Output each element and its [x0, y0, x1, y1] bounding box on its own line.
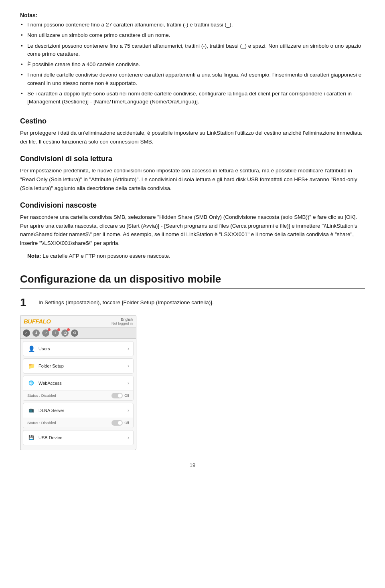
folder-setup-icon: 📁	[27, 362, 35, 370]
login-label: Not logged in	[111, 321, 133, 325]
dlna-status-row: Status : Disabled Off	[23, 418, 133, 428]
dlna-icon: 📺	[27, 406, 35, 414]
folder-setup-label: Folder Setup	[38, 364, 64, 368]
note-item-6: Se i caratteri a doppio byte sono usati …	[20, 90, 365, 106]
cestino-heading: Cestino	[20, 117, 365, 125]
webaccess-arrow: ›	[128, 380, 129, 386]
usb-icon: 💾	[27, 434, 35, 442]
mobile-section: Configurazione da un dispositivo mobile …	[20, 273, 365, 450]
webaccess-toggle[interactable]	[111, 393, 123, 398]
info-icon[interactable]: i	[52, 329, 59, 337]
device-header: BUFFALO English Not logged in	[20, 315, 136, 328]
help-icon[interactable]: ?	[42, 329, 49, 337]
notes-title: Notas:	[20, 12, 365, 18]
buffalo-logo: BUFFALO	[24, 318, 51, 325]
users-icon: 👤	[27, 345, 35, 353]
device-body: 👤 Users › 📁 Folder Setup › 🌐 WebAcce	[20, 339, 136, 450]
folder-setup-arrow: ›	[128, 363, 129, 369]
webaccess-row[interactable]: 🌐 WebAccess ›	[23, 376, 133, 391]
notes-list: I nomi possono contenere fino a 27 carat…	[20, 21, 365, 106]
nota-text: Le cartelle AFP e FTP non possono essere…	[41, 253, 170, 259]
dlna-toggle-label: Off	[124, 421, 129, 425]
sola-lettura-heading: Condivisioni di sola lettura	[20, 155, 365, 163]
settings-icon[interactable]: ⚙	[71, 329, 78, 337]
webaccess-label: WebAccess	[38, 381, 62, 386]
webaccess-toggle-circle	[118, 394, 122, 398]
lang-label: English	[121, 317, 133, 321]
menu-item-dlna: 📺 DLNA Server › Status : Disabled Off	[23, 403, 134, 428]
sola-lettura-section: Condivisioni di sola lettura Per imposta…	[20, 155, 365, 192]
webaccess-status-label: Status : Disabled	[27, 393, 56, 398]
dlna-status-label: Status : Disabled	[27, 420, 56, 425]
power-icon[interactable]: ⏻	[61, 329, 69, 337]
menu-item-folder-setup[interactable]: 📁 Folder Setup ›	[23, 358, 134, 374]
step1-number: 1	[20, 296, 32, 309]
note-item-2: Non utilizzare un simbolo come primo car…	[20, 31, 365, 39]
notes-section: Notas: I nomi possono contenere fino a 2…	[20, 12, 365, 106]
menu-item-webaccess: 🌐 WebAccess › Status : Disabled Off	[23, 376, 134, 401]
webaccess-status-row: Status : Disabled Off	[23, 391, 133, 400]
home-icon[interactable]: ⌂	[23, 329, 30, 337]
usb-label: USB Device	[38, 435, 62, 440]
header-info: English Not logged in	[111, 317, 133, 325]
nota-label: Nota:	[27, 253, 41, 259]
note-item-3: Le descrizioni possono contenere fino a …	[20, 42, 365, 59]
dlna-toggle-circle	[118, 421, 122, 425]
device-mockup: BUFFALO English Not logged in ⌂ ⬇ ? i ⏻ …	[20, 315, 136, 450]
nascoste-section: Condivisioni nascoste Per nascondere una…	[20, 201, 365, 260]
dlna-toggle[interactable]	[111, 420, 123, 426]
page-number: 19	[20, 462, 365, 468]
note-item-1: I nomi possono contenere fino a 27 carat…	[20, 21, 365, 29]
mobile-heading: Configurazione da un dispositivo mobile	[20, 273, 365, 289]
users-label: Users	[38, 346, 50, 351]
dlna-label: DLNA Server	[38, 408, 64, 413]
dlna-arrow: ›	[128, 408, 129, 413]
note-item-5: I nomi delle cartelle condivise devono c…	[20, 71, 365, 87]
webaccess-icon: 🌐	[27, 379, 35, 387]
cestino-text: Per proteggere i dati da un'eliminazione…	[20, 129, 365, 146]
nascoste-nota-line: Nota: Le cartelle AFP e FTP non possono …	[20, 252, 365, 261]
menu-item-users[interactable]: 👤 Users ›	[23, 341, 134, 356]
step1-container: 1 In Settings (Impostazioni), toccare [F…	[20, 296, 365, 309]
users-arrow: ›	[128, 346, 129, 352]
nascoste-heading: Condivisioni nascoste	[20, 201, 365, 210]
dlna-row[interactable]: 📺 DLNA Server ›	[23, 403, 133, 418]
webaccess-toggle-label: Off	[124, 394, 129, 398]
cestino-section: Cestino Per proteggere i dati da un'elim…	[20, 117, 365, 146]
note-item-4: È possibile creare fino a 400 cartelle c…	[20, 61, 365, 69]
download-icon[interactable]: ⬇	[32, 329, 40, 337]
nascoste-text-main: Per nascondere una cartella condivisa SM…	[20, 214, 357, 246]
device-toolbar: ⌂ ⬇ ? i ⏻ ⚙	[20, 328, 136, 339]
nascoste-text: Per nascondere una cartella condivisa SM…	[20, 213, 365, 247]
sola-lettura-text: Per impostazione predefinita, le nuove c…	[20, 166, 365, 192]
usb-arrow: ›	[128, 435, 129, 440]
menu-item-usb[interactable]: 💾 USB Device ›	[23, 430, 134, 445]
step1-text: In Settings (Impostazioni), toccare [Fol…	[38, 296, 214, 307]
